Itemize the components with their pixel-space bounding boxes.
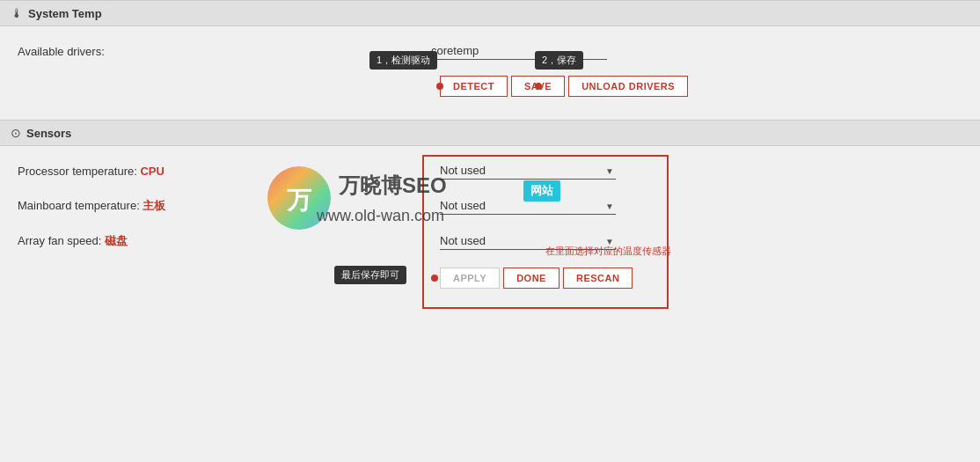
apply-button: APPLY: [440, 268, 500, 289]
processor-select[interactable]: Not used: [440, 162, 616, 180]
tooltip-save: 2，保存: [535, 51, 583, 70]
mainboard-select-wrap: Not used ▼: [440, 197, 616, 215]
dot-save: [535, 83, 542, 90]
drivers-label: Available drivers:: [18, 45, 132, 58]
dot-final: [431, 275, 438, 282]
sensors-header: ⊙ Sensors: [0, 120, 980, 146]
processor-highlight: CPU: [140, 165, 164, 178]
system-temp-title: System Temp: [28, 7, 102, 20]
processor-label: Processor temperature: CPU: [18, 165, 176, 178]
array-fan-select[interactable]: Not used: [440, 232, 616, 250]
array-fan-highlight: 磁盘: [105, 234, 128, 247]
system-temp-content: Available drivers: 1，检测驱动 DETECT 2，保存 SA…: [0, 26, 980, 113]
page-wrapper: 🌡 System Temp Available drivers: 1，检测驱动 …: [0, 0, 980, 462]
system-temp-icon: 🌡: [11, 6, 23, 20]
tooltip-detect: 1，检测驱动: [369, 51, 437, 70]
sensors-title: Sensors: [26, 127, 71, 140]
processor-temp-row: Processor temperature: CPU Not used ▼: [18, 162, 962, 180]
array-fan-select-wrap: Not used ▼: [440, 232, 616, 250]
mainboard-label: Mainboard temperature: 主板: [18, 198, 176, 214]
sensors-buttons-row: 最后保存即可 APPLY DONE RESCAN: [440, 268, 962, 289]
rescan-button[interactable]: RESCAN: [563, 268, 633, 289]
dot-detect: [436, 83, 443, 90]
tooltip-final: 最后保存即可: [334, 266, 406, 284]
sensors-content: Processor temperature: CPU Not used ▼ Ma…: [0, 146, 980, 304]
sensors-icon: ⊙: [11, 126, 21, 140]
array-fan-label: Array fan speed: 磁盘: [18, 233, 176, 249]
mainboard-select[interactable]: Not used: [440, 197, 616, 215]
drivers-row: Available drivers:: [18, 42, 962, 60]
system-temp-buttons-row: 1，检测驱动 DETECT 2，保存 SAVE UNLOAD DRIVERS: [440, 76, 962, 97]
mainboard-highlight: 主板: [143, 199, 165, 212]
done-button[interactable]: DONE: [503, 268, 559, 289]
detect-button[interactable]: DETECT: [440, 76, 508, 97]
unload-drivers-button[interactable]: UNLOAD DRIVERS: [568, 76, 688, 97]
processor-select-wrap: Not used ▼: [440, 162, 616, 180]
mainboard-temp-row: Mainboard temperature: 主板 Not used ▼: [18, 197, 962, 215]
array-fan-row: Array fan speed: 磁盘 Not used ▼: [18, 232, 962, 250]
system-temp-header: 🌡 System Temp: [0, 0, 980, 26]
